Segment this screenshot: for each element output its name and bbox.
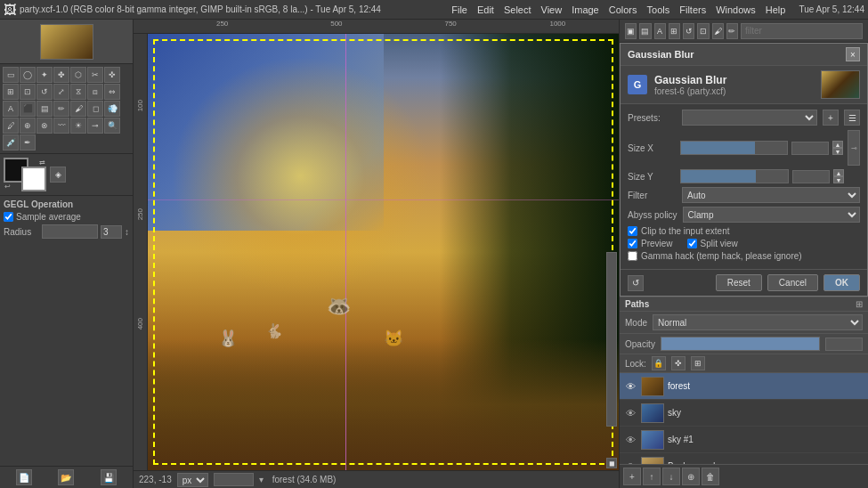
- duplicate-layer-button[interactable]: ⊕: [682, 468, 700, 485]
- layer-item[interactable]: 👁 sky #1: [620, 427, 868, 453]
- panel-icon-2[interactable]: ▤: [639, 23, 651, 39]
- lock-alpha-icon[interactable]: ⊞: [691, 356, 705, 370]
- scroll-corner[interactable]: ◼: [606, 458, 617, 468]
- tool-paintbrush[interactable]: 🖌: [70, 101, 86, 117]
- lock-position-icon[interactable]: ✜: [671, 356, 685, 370]
- panel-icon-4[interactable]: ⊞: [669, 23, 680, 39]
- raise-layer-button[interactable]: ↑: [643, 468, 661, 485]
- size-y-slider[interactable]: [680, 169, 789, 183]
- zoom-input[interactable]: 66.7%: [214, 473, 254, 486]
- dialog-close-button[interactable]: ×: [846, 47, 860, 61]
- swap-colors-icon[interactable]: ⇄: [39, 159, 45, 167]
- menu-file[interactable]: File: [447, 3, 472, 17]
- tool-rect-select[interactable]: ▭: [3, 67, 19, 83]
- filter-input[interactable]: [741, 23, 863, 39]
- size-y-down[interactable]: ▼: [833, 176, 844, 183]
- menu-select[interactable]: Select: [499, 3, 536, 17]
- tool-zoom[interactable]: 🔍: [104, 118, 120, 134]
- filter-select[interactable]: Auto: [682, 187, 860, 203]
- tool-clone[interactable]: ⊕: [20, 118, 36, 134]
- sample-average-checkbox[interactable]: [4, 212, 13, 222]
- presets-add-icon[interactable]: +: [823, 110, 839, 126]
- cancel-button[interactable]: Cancel: [767, 274, 818, 291]
- unit-select[interactable]: px: [177, 473, 208, 487]
- tool-heal[interactable]: ⊗: [37, 118, 53, 134]
- background-color[interactable]: [21, 167, 46, 191]
- quick-mask-icon[interactable]: ◈: [50, 167, 66, 183]
- tool-ink[interactable]: 🖊: [3, 118, 19, 134]
- layer-visibility-icon[interactable]: 👁: [623, 406, 637, 420]
- tool-free-select[interactable]: ✦: [37, 67, 53, 83]
- tool-scissors[interactable]: ✂: [87, 67, 103, 83]
- size-x-down[interactable]: ▼: [832, 148, 843, 155]
- tool-bucket[interactable]: ⬛: [20, 101, 36, 117]
- radius-value[interactable]: [101, 225, 122, 239]
- gamma-checkbox[interactable]: [628, 251, 637, 261]
- size-x-slider[interactable]: [680, 141, 788, 155]
- panel-icon-5[interactable]: ↺: [683, 23, 694, 39]
- tool-text[interactable]: A: [3, 101, 19, 117]
- tool-foreground-select[interactable]: ⬡: [70, 67, 86, 83]
- panel-icon-8[interactable]: ✏: [726, 23, 738, 39]
- menu-help[interactable]: Help: [761, 3, 791, 17]
- save-image-icon[interactable]: 💾: [101, 469, 117, 485]
- tool-rotate[interactable]: ↺: [37, 84, 53, 100]
- menu-colors[interactable]: Colors: [604, 3, 642, 17]
- panel-icon-7[interactable]: 🖌: [712, 23, 724, 39]
- size-y-up[interactable]: ▲: [833, 169, 844, 176]
- panel-icon-6[interactable]: ⊡: [697, 23, 709, 39]
- size-y-value[interactable]: 14.24: [792, 170, 830, 183]
- split-view-checkbox[interactable]: [687, 239, 697, 248]
- presets-menu-icon[interactable]: ☰: [844, 110, 860, 126]
- menu-tools[interactable]: Tools: [643, 3, 675, 17]
- size-x-value[interactable]: 14.24: [791, 142, 829, 155]
- tool-align[interactable]: ⊞: [3, 84, 19, 100]
- tool-smudge[interactable]: 〰: [53, 118, 69, 134]
- tool-fuzzy-select[interactable]: ✤: [53, 67, 69, 83]
- tool-paths[interactable]: ✒: [20, 134, 36, 150]
- new-layer-button[interactable]: +: [623, 468, 641, 485]
- tool-measure[interactable]: ⊸: [87, 118, 103, 134]
- tool-scale[interactable]: ⤢: [53, 84, 69, 100]
- menu-view[interactable]: View: [537, 3, 567, 17]
- tool-gradient[interactable]: ▤: [37, 101, 53, 117]
- opacity-slider[interactable]: [661, 337, 820, 351]
- tool-airbrush[interactable]: 💨: [104, 101, 120, 117]
- size-x-up[interactable]: ▲: [832, 141, 843, 148]
- tool-color-picker[interactable]: 💉: [3, 134, 19, 150]
- menu-filters[interactable]: Filters: [675, 3, 710, 17]
- menu-image[interactable]: Image: [567, 3, 604, 17]
- tool-perspective[interactable]: ⧈: [87, 84, 103, 100]
- abyss-select[interactable]: Clamp: [683, 207, 860, 223]
- layer-visibility-icon[interactable]: 👁: [623, 379, 637, 394]
- layer-visibility-icon[interactable]: 👁: [623, 433, 637, 447]
- presets-select[interactable]: [682, 110, 817, 126]
- lock-pixels-icon[interactable]: 🔒: [652, 356, 666, 370]
- tool-move[interactable]: ✜: [104, 67, 120, 83]
- tool-ellipse-select[interactable]: ◯: [20, 67, 36, 83]
- tool-eraser[interactable]: ◻: [87, 101, 103, 117]
- tool-dodge-burn[interactable]: ☀: [70, 118, 86, 134]
- tool-pencil[interactable]: ✏: [53, 101, 69, 117]
- ok-button[interactable]: OK: [823, 274, 860, 291]
- panel-icon-1[interactable]: ▣: [625, 23, 637, 39]
- clip-checkbox[interactable]: [628, 226, 637, 236]
- paths-collapse-icon[interactable]: ⊞: [856, 299, 863, 309]
- reset-colors-icon[interactable]: ↩: [4, 183, 11, 191]
- panel-icon-3[interactable]: A: [654, 23, 666, 39]
- mode-select[interactable]: Normal: [653, 314, 863, 330]
- menu-edit[interactable]: Edit: [473, 3, 499, 17]
- menu-windows[interactable]: Windows: [711, 3, 760, 17]
- scrollbar-right[interactable]: [606, 252, 617, 427]
- tool-crop[interactable]: ⊡: [20, 84, 36, 100]
- radius-slider[interactable]: [42, 224, 98, 239]
- refresh-icon[interactable]: ↺: [628, 275, 644, 291]
- canvas-image[interactable]: 🐰 🐇 🦝 🐱 ◼: [148, 34, 619, 470]
- layer-item[interactable]: 👁 sky: [620, 400, 868, 427]
- open-image-icon[interactable]: 📂: [58, 469, 74, 485]
- reset-button[interactable]: Reset: [716, 274, 762, 291]
- layer-item[interactable]: 👁 forest: [620, 373, 868, 400]
- tool-flip[interactable]: ⇔: [104, 84, 120, 100]
- lower-layer-button[interactable]: ↓: [662, 468, 680, 485]
- preview-checkbox[interactable]: [628, 239, 637, 248]
